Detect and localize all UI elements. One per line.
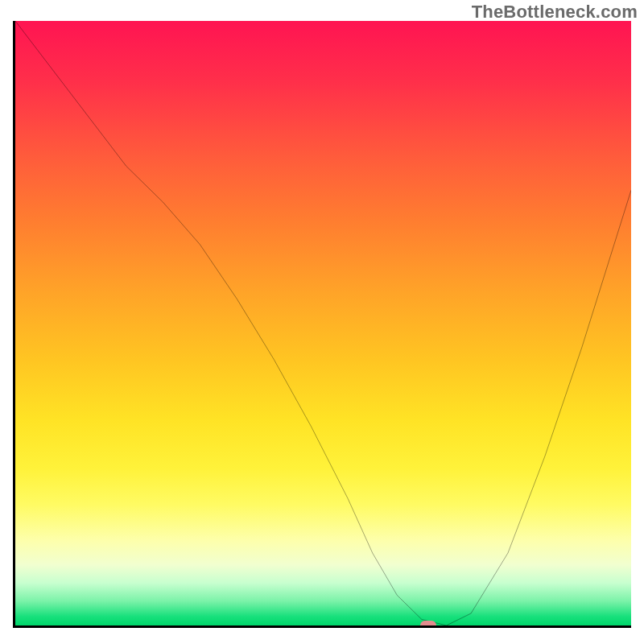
- curve-svg: [15, 21, 631, 625]
- optimal-point-marker: [420, 621, 436, 628]
- watermark-text: TheBottleneck.com: [472, 2, 638, 23]
- plot-area: [13, 21, 631, 628]
- chart-container: TheBottleneck.com: [0, 0, 644, 644]
- bottleneck-curve-path: [15, 21, 631, 625]
